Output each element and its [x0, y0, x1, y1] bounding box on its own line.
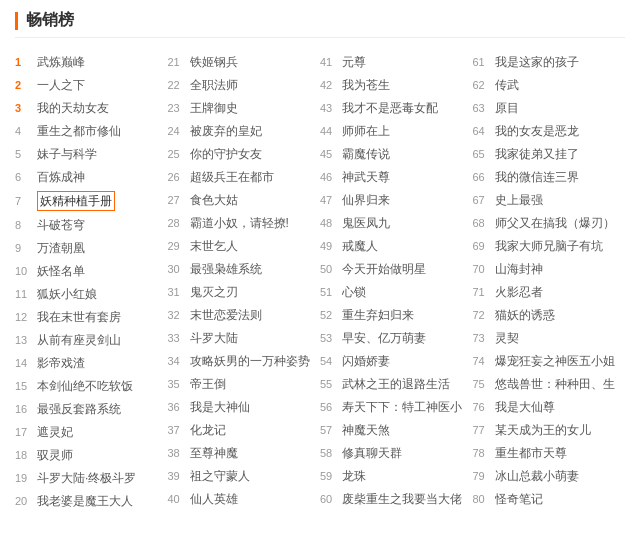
- list-item[interactable]: 5妹子与科学: [15, 142, 163, 165]
- item-title[interactable]: 猫妖的诱惑: [495, 306, 555, 324]
- item-title[interactable]: 寿天下下：特工神医小: [342, 398, 462, 416]
- list-item[interactable]: 79冰山总裁小萌妻: [473, 464, 621, 487]
- item-title[interactable]: 从前有座灵剑山: [37, 331, 121, 349]
- list-item[interactable]: 74爆宠狂妄之神医五小姐: [473, 349, 621, 372]
- list-item[interactable]: 76我是大仙尊: [473, 395, 621, 418]
- item-title[interactable]: 火影忍者: [495, 283, 543, 301]
- item-title[interactable]: 一人之下: [37, 76, 85, 94]
- list-item[interactable]: 6百炼成神: [15, 165, 163, 188]
- item-title[interactable]: 妖精种植手册: [37, 191, 115, 211]
- item-title[interactable]: 我在末世有套房: [37, 308, 121, 326]
- list-item[interactable]: 24被废弃的皇妃: [168, 119, 316, 142]
- item-title[interactable]: 王牌御史: [190, 99, 238, 117]
- item-title[interactable]: 山海封神: [495, 260, 543, 278]
- item-title[interactable]: 龙珠: [342, 467, 366, 485]
- list-item[interactable]: 63原目: [473, 96, 621, 119]
- list-item[interactable]: 33斗罗大陆: [168, 326, 316, 349]
- item-title[interactable]: 师父又在搞我（爆刃）: [495, 214, 615, 232]
- list-item[interactable]: 41元尊: [320, 50, 468, 73]
- item-title[interactable]: 至尊神魔: [190, 444, 238, 462]
- item-title[interactable]: 仙界归来: [342, 191, 390, 209]
- item-title[interactable]: 化龙记: [190, 421, 226, 439]
- list-item[interactable]: 46神武天尊: [320, 165, 468, 188]
- list-item[interactable]: 39祖之守蒙人: [168, 464, 316, 487]
- list-item[interactable]: 15本剑仙绝不吃软饭: [15, 374, 163, 397]
- list-item[interactable]: 49戒魔人: [320, 234, 468, 257]
- list-item[interactable]: 57神魔天煞: [320, 418, 468, 441]
- item-title[interactable]: 最强枭雄系统: [190, 260, 262, 278]
- list-item[interactable]: 30最强枭雄系统: [168, 257, 316, 280]
- item-title[interactable]: 妖怪名单: [37, 262, 85, 280]
- item-title[interactable]: 传武: [495, 76, 519, 94]
- item-title[interactable]: 霸道小奴，请轻撩!: [190, 214, 289, 232]
- list-item[interactable]: 77某天成为王的女儿: [473, 418, 621, 441]
- item-title[interactable]: 我为苍生: [342, 76, 390, 94]
- list-item[interactable]: 70山海封神: [473, 257, 621, 280]
- item-title[interactable]: 我家徒弟又挂了: [495, 145, 579, 163]
- list-item[interactable]: 17遮灵妃: [15, 420, 163, 443]
- item-title[interactable]: 斗罗大陆: [190, 329, 238, 347]
- list-item[interactable]: 54闪婚娇妻: [320, 349, 468, 372]
- item-title[interactable]: 今天开始做明星: [342, 260, 426, 278]
- item-title[interactable]: 我家大师兄脑子有坑: [495, 237, 603, 255]
- list-item[interactable]: 50今天开始做明星: [320, 257, 468, 280]
- item-title[interactable]: 某天成为王的女儿: [495, 421, 591, 439]
- list-item[interactable]: 35帝王倒: [168, 372, 316, 395]
- list-item[interactable]: 20我老婆是魔王大人: [15, 489, 163, 512]
- list-item[interactable]: 65我家徒弟又挂了: [473, 142, 621, 165]
- list-item[interactable]: 21铁姬钢兵: [168, 50, 316, 73]
- item-title[interactable]: 霸魔传说: [342, 145, 390, 163]
- item-title[interactable]: 铁姬钢兵: [190, 53, 238, 71]
- item-title[interactable]: 最强反套路系统: [37, 400, 121, 418]
- item-title[interactable]: 帝王倒: [190, 375, 226, 393]
- list-item[interactable]: 71火影忍者: [473, 280, 621, 303]
- item-title[interactable]: 被废弃的皇妃: [190, 122, 262, 140]
- item-title[interactable]: 狐妖小红娘: [37, 285, 97, 303]
- item-title[interactable]: 元尊: [342, 53, 366, 71]
- list-item[interactable]: 34攻略妖男的一万种姿势: [168, 349, 316, 372]
- list-item[interactable]: 47仙界归来: [320, 188, 468, 211]
- list-item[interactable]: 29末世乞人: [168, 234, 316, 257]
- item-title[interactable]: 灵契: [495, 329, 519, 347]
- item-title[interactable]: 爆宠狂妄之神医五小姐: [495, 352, 615, 370]
- list-item[interactable]: 80怪奇笔记: [473, 487, 621, 510]
- item-title[interactable]: 我才不是恶毒女配: [342, 99, 438, 117]
- list-item[interactable]: 55武林之王的退路生活: [320, 372, 468, 395]
- list-item[interactable]: 67史上最强: [473, 188, 621, 211]
- list-item[interactable]: 73灵契: [473, 326, 621, 349]
- list-item[interactable]: 72猫妖的诱惑: [473, 303, 621, 326]
- list-item[interactable]: 69我家大师兄脑子有坑: [473, 234, 621, 257]
- list-item[interactable]: 68师父又在搞我（爆刃）: [473, 211, 621, 234]
- item-title[interactable]: 我的天劫女友: [37, 99, 109, 117]
- list-item[interactable]: 66我的微信连三界: [473, 165, 621, 188]
- item-title[interactable]: 我老婆是魔王大人: [37, 492, 133, 510]
- list-item[interactable]: 37化龙记: [168, 418, 316, 441]
- item-title[interactable]: 遮灵妃: [37, 423, 73, 441]
- item-title[interactable]: 废柴重生之我要当大佬: [342, 490, 462, 508]
- list-item[interactable]: 58修真聊天群: [320, 441, 468, 464]
- list-item[interactable]: 11狐妖小红娘: [15, 282, 163, 305]
- item-title[interactable]: 鬼灭之刃: [190, 283, 238, 301]
- list-item[interactable]: 13从前有座灵剑山: [15, 328, 163, 351]
- list-item[interactable]: 45霸魔传说: [320, 142, 468, 165]
- item-title[interactable]: 原目: [495, 99, 519, 117]
- item-title[interactable]: 妹子与科学: [37, 145, 97, 163]
- item-title[interactable]: 重生都市天尊: [495, 444, 567, 462]
- item-title[interactable]: 史上最强: [495, 191, 543, 209]
- item-title[interactable]: 影帝戏渣: [37, 354, 85, 372]
- item-title[interactable]: 冰山总裁小萌妻: [495, 467, 579, 485]
- list-item[interactable]: 9万渣朝凰: [15, 236, 163, 259]
- list-item[interactable]: 36我是大神仙: [168, 395, 316, 418]
- item-title[interactable]: 斗罗大陆·终极斗罗: [37, 469, 136, 487]
- item-title[interactable]: 末世恋爱法则: [190, 306, 262, 324]
- list-item[interactable]: 18驭灵师: [15, 443, 163, 466]
- item-title[interactable]: 神武天尊: [342, 168, 390, 186]
- list-item[interactable]: 10妖怪名单: [15, 259, 163, 282]
- list-item[interactable]: 28霸道小奴，请轻撩!: [168, 211, 316, 234]
- item-title[interactable]: 我的女友是恶龙: [495, 122, 579, 140]
- list-item[interactable]: 22全职法师: [168, 73, 316, 96]
- list-item[interactable]: 59龙珠: [320, 464, 468, 487]
- item-title[interactable]: 怪奇笔记: [495, 490, 543, 508]
- item-title[interactable]: 斗破苍穹: [37, 216, 85, 234]
- item-title[interactable]: 我是这家的孩子: [495, 53, 579, 71]
